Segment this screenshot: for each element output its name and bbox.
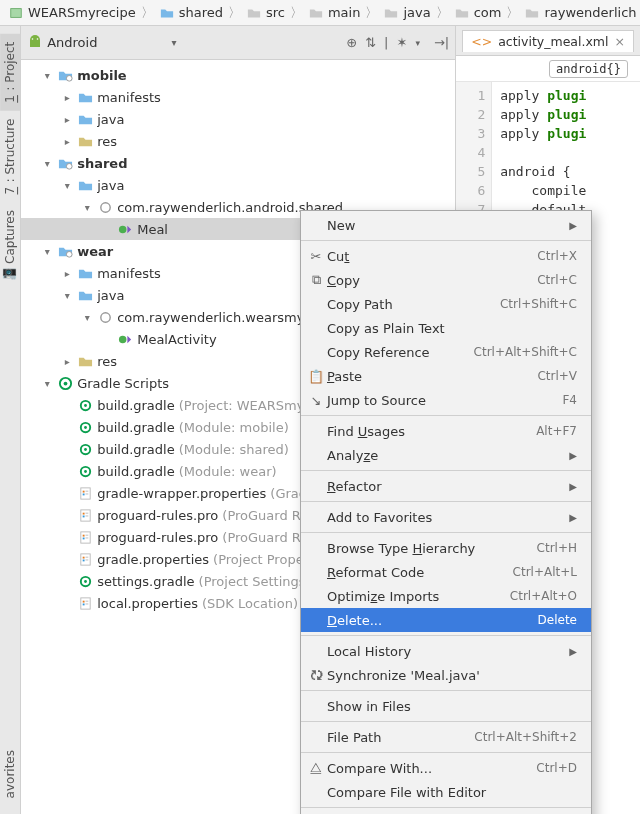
menu-item[interactable]: Copy PathCtrl+Shift+C <box>301 292 591 316</box>
dropdown-arrow-icon: ▾ <box>171 37 176 48</box>
menu-item[interactable]: New▶ <box>301 213 591 237</box>
menu-item[interactable]: ✂CutCtrl+X <box>301 244 591 268</box>
breadcrumb-item[interactable]: main <box>304 5 364 21</box>
menu-label: Copy <box>327 273 535 288</box>
menu-label: Copy as Plain Text <box>327 321 577 336</box>
tree-arrow-icon[interactable]: ▾ <box>41 158 53 169</box>
submenu-arrow-icon: ▶ <box>569 646 577 657</box>
menu-item[interactable]: Local History▶ <box>301 639 591 663</box>
menu-separator <box>301 752 591 753</box>
gear-arrow-icon[interactable]: ▾ <box>415 38 420 48</box>
gradle-file-icon <box>77 441 93 457</box>
target-icon[interactable]: ⊕ <box>346 35 357 50</box>
menu-item[interactable]: 📋PasteCtrl+V <box>301 364 591 388</box>
editor-chip[interactable]: android{} <box>549 60 628 78</box>
menu-separator <box>301 532 591 533</box>
tree-hint: (ProGuard Ru <box>222 508 308 523</box>
prop-file-icon <box>77 551 93 567</box>
breadcrumb-item[interactable]: raywenderlich <box>520 5 640 21</box>
tree-arrow-icon[interactable]: ▸ <box>61 92 73 103</box>
editor-tabbar: <> activity_meal.xml × <box>456 26 640 56</box>
menu-item[interactable]: Optimize ImportsCtrl+Alt+O <box>301 584 591 608</box>
folder-icon <box>454 5 470 21</box>
menu-item[interactable]: File PathCtrl+Alt+Shift+2 <box>301 725 591 749</box>
breadcrumb-item[interactable]: java <box>379 5 434 21</box>
editor-tab[interactable]: <> activity_meal.xml × <box>462 30 634 52</box>
copy-icon: ⧉ <box>307 272 325 288</box>
menu-label: New <box>327 218 567 233</box>
menu-item[interactable]: Compare File with Editor <box>301 780 591 804</box>
side-tab-favorites[interactable]: avorites <box>0 742 20 806</box>
tree-arrow-icon[interactable]: ▾ <box>61 180 73 191</box>
menu-item[interactable]: Show in Files <box>301 694 591 718</box>
menu-item[interactable]: Copy as Plain Text <box>301 316 591 340</box>
tree-row[interactable]: ▸java <box>21 108 455 130</box>
tree-arrow-icon[interactable]: ▸ <box>61 114 73 125</box>
submenu-arrow-icon: ▶ <box>569 481 577 492</box>
tree-arrow-icon[interactable]: ▸ <box>61 356 73 367</box>
menu-item[interactable]: ⧋Compare With...Ctrl+D <box>301 756 591 780</box>
menu-item[interactable]: Find UsagesAlt+F7 <box>301 419 591 443</box>
submenu-arrow-icon: ▶ <box>569 512 577 523</box>
close-icon[interactable]: × <box>615 34 625 49</box>
tree-hint: (Project: WEARSmy <box>179 398 305 413</box>
gradle-file-icon <box>77 463 93 479</box>
menu-item[interactable]: Add to Favorites▶ <box>301 505 591 529</box>
menu-item[interactable]: 🗘Synchronize 'Meal.java' <box>301 663 591 687</box>
menu-item[interactable]: Delete...Delete <box>301 608 591 632</box>
menu-label: Optimize Imports <box>327 589 508 604</box>
tree-arrow-icon[interactable]: ▸ <box>61 268 73 279</box>
tree-row[interactable]: ▾mobile <box>21 64 455 86</box>
menu-item[interactable]: Copy ReferenceCtrl+Alt+Shift+C <box>301 340 591 364</box>
tree-arrow-icon[interactable]: ▾ <box>61 290 73 301</box>
side-tab-project[interactable]: 1: Project <box>0 34 20 111</box>
svg-rect-33 <box>82 537 84 539</box>
tree-arrow-icon[interactable]: ▾ <box>41 378 53 389</box>
menu-item[interactable]: ⧉CopyCtrl+C <box>301 268 591 292</box>
svg-point-8 <box>100 312 109 321</box>
breadcrumb-item[interactable]: shared <box>155 5 227 21</box>
sort-icon[interactable]: ⇅ <box>365 35 376 50</box>
tree-row[interactable]: ▸manifests <box>21 86 455 108</box>
tree-label: gradle-wrapper.properties <box>97 486 266 501</box>
gear-icon[interactable]: ✶ <box>396 35 407 50</box>
side-tab-structure[interactable]: 7: Structure <box>0 111 20 203</box>
tree-arrow-icon[interactable]: ▸ <box>61 136 73 147</box>
menu-item[interactable]: Analyze▶ <box>301 443 591 467</box>
tree-arrow-icon[interactable]: ▾ <box>81 312 93 323</box>
submenu-arrow-icon: ▶ <box>569 450 577 461</box>
svg-rect-45 <box>82 603 84 605</box>
menu-separator <box>301 415 591 416</box>
side-tab-label: avorites <box>3 750 17 798</box>
menu-shortcut: Ctrl+Alt+Shift+2 <box>474 730 577 744</box>
minimize-icon[interactable]: →| <box>434 35 449 50</box>
panel-view-selector[interactable]: Android ▾ <box>27 35 340 51</box>
svg-rect-27 <box>85 512 88 513</box>
menu-item[interactable]: ↘Jump to SourceF4 <box>301 388 591 412</box>
module-icon <box>57 243 73 259</box>
breadcrumb-item[interactable]: WEARSmyrecipe <box>4 5 140 21</box>
prop-file-icon <box>77 507 93 523</box>
svg-rect-23 <box>82 493 84 495</box>
tree-row[interactable]: ▾shared <box>21 152 455 174</box>
svg-point-1 <box>32 38 34 40</box>
tree-label: local.properties <box>97 596 198 611</box>
tree-row[interactable]: ▾java <box>21 174 455 196</box>
menu-item[interactable]: Reformat CodeCtrl+Alt+L <box>301 560 591 584</box>
tree-arrow-icon[interactable]: ▾ <box>41 70 53 81</box>
tree-arrow-icon[interactable]: ▾ <box>81 202 93 213</box>
res-folder-icon <box>77 353 93 369</box>
context-menu[interactable]: New▶✂CutCtrl+X⧉CopyCtrl+CCopy PathCtrl+S… <box>300 210 592 814</box>
svg-point-17 <box>84 448 87 451</box>
menu-item[interactable]: Browse Type HierarchyCtrl+H <box>301 536 591 560</box>
side-tab-captures[interactable]: 📷 Captures <box>0 202 20 291</box>
line-number: 6 <box>456 181 485 200</box>
tree-arrow-icon[interactable]: ▾ <box>41 246 53 257</box>
menu-label: Local History <box>327 644 567 659</box>
breadcrumb-item[interactable]: src <box>242 5 289 21</box>
android-icon <box>27 35 43 51</box>
breadcrumb-item[interactable]: com <box>450 5 506 21</box>
tree-row[interactable]: ▸res <box>21 130 455 152</box>
menu-item[interactable]: Refactor▶ <box>301 474 591 498</box>
tree-label: java <box>97 178 124 193</box>
